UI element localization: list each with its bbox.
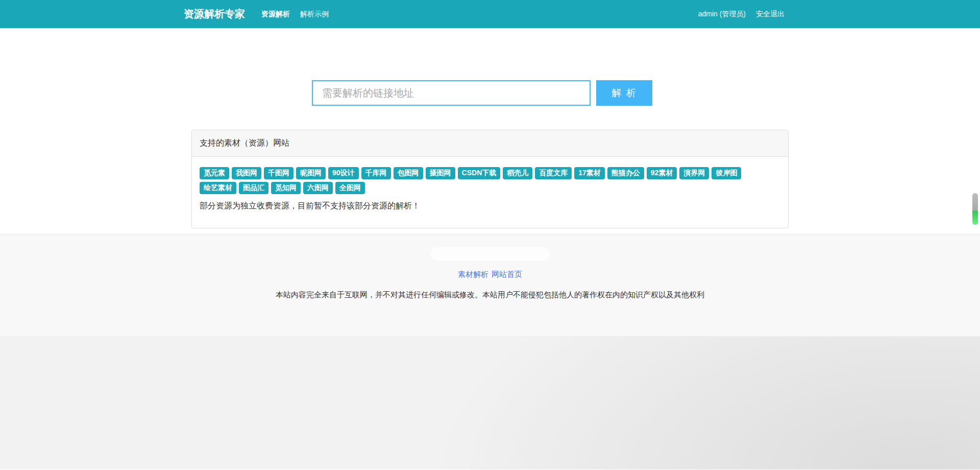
site-badge: 92素材 bbox=[647, 167, 677, 179]
panel-title: 支持的素材（资源）网站 bbox=[192, 130, 788, 157]
parse-input-group: 解 析 bbox=[312, 80, 652, 106]
site-badge: 百度文库 bbox=[535, 167, 572, 179]
site-badge: 全图网 bbox=[335, 182, 365, 194]
site-badge: 包图网 bbox=[394, 167, 423, 179]
footer-disclaimer: 本站内容完全来自于互联网，并不对其进行任何编辑或修改。本站用户不能侵犯包括他人的… bbox=[0, 290, 980, 300]
brand-link[interactable]: 资源解析专家 bbox=[184, 7, 245, 21]
supported-sites-panel: 支持的素材（资源）网站 觅元素我图网千图网昵图网90设计千库网包图网摄图网CSD… bbox=[191, 130, 789, 228]
main-content: 解 析 支持的素材（资源）网站 觅元素我图网千图网昵图网90设计千库网包图网摄图… bbox=[0, 28, 980, 234]
nav-item[interactable]: 资源解析 bbox=[256, 10, 295, 19]
parse-url-input[interactable] bbox=[312, 80, 591, 106]
content-container: 解 析 支持的素材（资源）网站 觅元素我图网千图网昵图网90设计千库网包图网摄图… bbox=[191, 28, 789, 228]
main-nav: 资源解析解析示例 bbox=[256, 10, 334, 19]
scrollbar-indicator[interactable] bbox=[972, 193, 978, 225]
panel-note: 部分资源为独立收费资源，目前暂不支持该部分资源的解析！ bbox=[200, 201, 780, 212]
site-badge: 千图网 bbox=[264, 167, 293, 179]
site-badge: 稻壳儿 bbox=[503, 167, 532, 179]
site-badge: 演界网 bbox=[679, 167, 709, 179]
site-badge: 觅知网 bbox=[271, 182, 301, 194]
panel-body: 觅元素我图网千图网昵图网90设计千库网包图网摄图网CSDN下载稻壳儿百度文库17… bbox=[192, 157, 788, 228]
bottom-background bbox=[0, 336, 980, 469]
site-badge: 彼岸图 bbox=[712, 167, 741, 179]
site-badge: 摄图网 bbox=[426, 167, 455, 179]
site-badge: 17素材 bbox=[574, 167, 605, 179]
site-badge: CSDN下载 bbox=[458, 167, 501, 179]
watermark-shape bbox=[431, 247, 550, 261]
site-badge: 我图网 bbox=[232, 167, 261, 179]
site-badge: 六图网 bbox=[303, 182, 333, 194]
site-badge: 千库网 bbox=[361, 167, 391, 179]
footer-links: 素材解析网站首页 bbox=[0, 270, 980, 279]
site-badge: 熊猫办公 bbox=[607, 167, 644, 179]
parse-button[interactable]: 解 析 bbox=[596, 80, 652, 106]
user-menu[interactable]: admin (管理员) bbox=[698, 10, 746, 19]
navbar-right: admin (管理员) 安全退出 bbox=[698, 10, 796, 19]
footer-link[interactable]: 素材解析 bbox=[458, 270, 488, 278]
nav-item[interactable]: 解析示例 bbox=[295, 10, 334, 19]
site-badge: 觅元素 bbox=[200, 167, 229, 179]
site-badge-list: 觅元素我图网千图网昵图网90设计千库网包图网摄图网CSDN下载稻壳儿百度文库17… bbox=[200, 167, 780, 194]
footer-link[interactable]: 网站首页 bbox=[492, 270, 522, 278]
site-badge: 绘艺素材 bbox=[200, 182, 236, 194]
navbar-container: 资源解析专家 资源解析解析示例 admin (管理员) 安全退出 bbox=[184, 7, 796, 21]
site-badge: 90设计 bbox=[328, 167, 359, 179]
top-navbar: 资源解析专家 资源解析解析示例 admin (管理员) 安全退出 bbox=[0, 0, 980, 28]
site-badge: 昵图网 bbox=[296, 167, 326, 179]
footer: 素材解析网站首页 本站内容完全来自于互联网，并不对其进行任何编辑或修改。本站用户… bbox=[0, 234, 980, 336]
parse-row: 解 析 bbox=[191, 28, 789, 106]
site-badge: 图品汇 bbox=[239, 182, 268, 194]
logout-link[interactable]: 安全退出 bbox=[756, 10, 785, 19]
